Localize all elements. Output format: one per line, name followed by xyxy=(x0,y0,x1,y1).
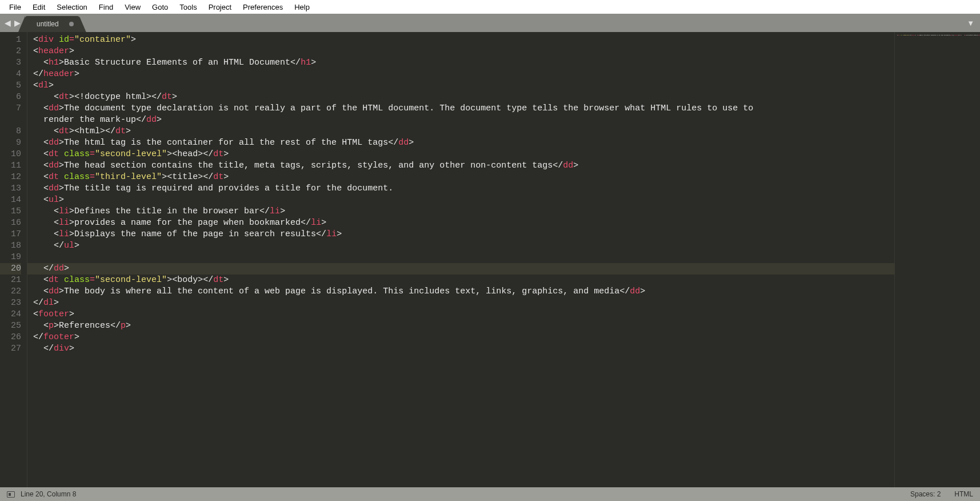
status-indent[interactable]: Spaces: 2 xyxy=(910,490,941,498)
menu-project[interactable]: Project xyxy=(203,2,237,13)
tab-prev-icon[interactable]: ◀ xyxy=(5,18,11,27)
panel-icon[interactable] xyxy=(7,491,15,498)
editor: 1234567 89101112131415161718192021222324… xyxy=(0,32,980,487)
menubar: FileEditSelectionFindViewGotoToolsProjec… xyxy=(0,0,980,14)
menu-preferences[interactable]: Preferences xyxy=(237,2,289,13)
status-syntax[interactable]: HTML xyxy=(954,490,973,498)
tab-menu-icon[interactable]: ▼ xyxy=(967,19,974,27)
menu-selection[interactable]: Selection xyxy=(51,2,93,13)
tab-next-icon[interactable]: ▶ xyxy=(14,18,21,27)
menu-file[interactable]: File xyxy=(3,2,27,13)
tab-dirty-icon xyxy=(69,22,74,26)
status-bar: Line 20, Column 8 Spaces: 2 HTML xyxy=(0,487,980,501)
menu-tools[interactable]: Tools xyxy=(174,2,202,13)
tab-title: untitled xyxy=(37,20,59,28)
status-cursor[interactable]: Line 20, Column 8 xyxy=(21,490,76,498)
menu-view[interactable]: View xyxy=(119,2,146,13)
tab-bar: ◀ ▶ untitled ▼ xyxy=(0,14,980,32)
line-gutter[interactable]: 1234567 89101112131415161718192021222324… xyxy=(0,32,27,487)
minimap[interactable]: <div id="container"><header> <h1>Basic S… xyxy=(894,32,980,487)
code-area[interactable]: <div id="container"><header> <h1>Basic S… xyxy=(27,32,894,487)
menu-goto[interactable]: Goto xyxy=(146,2,174,13)
menu-find[interactable]: Find xyxy=(93,2,119,13)
editor-tab[interactable]: untitled xyxy=(25,16,79,32)
menu-edit[interactable]: Edit xyxy=(27,2,51,13)
menu-help[interactable]: Help xyxy=(289,2,315,13)
